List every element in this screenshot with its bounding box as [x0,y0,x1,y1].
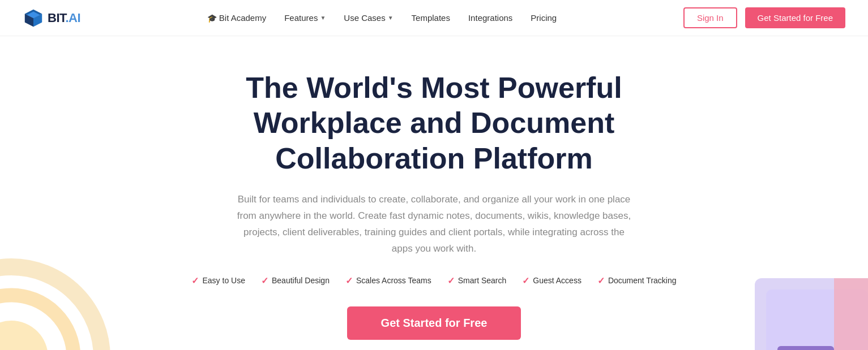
check-icon-scales: ✓ [345,275,353,286]
hero-subtitle: Built for teams and individuals to creat… [236,192,632,257]
feature-easy-to-use: ✓ Easy to Use [191,275,245,286]
svg-rect-14 [777,346,834,350]
deco-right-shapes [721,278,868,350]
svg-point-6 [0,295,74,350]
use-cases-chevron-icon: ▼ [388,15,394,21]
svg-rect-11 [755,278,868,350]
logo[interactable]: BIT.AI [23,7,80,29]
hero-section: The World's Most Powerful Workplace and … [0,36,868,350]
check-icon-design: ✓ [261,275,268,286]
feature-guest-access: ✓ Guest Access [522,275,581,286]
nav-links: 🎓 Bit Academy Features ▼ Use Cases ▼ Tem… [207,13,557,23]
nav-actions: Sign In Get Started for Free [683,7,845,28]
get-started-nav-button[interactable]: Get Started for Free [745,7,845,28]
check-icon-easy: ✓ [191,275,199,286]
bit-logo-icon [23,7,44,29]
feature-beautiful-design: ✓ Beautiful Design [261,275,330,286]
svg-rect-12 [766,289,868,350]
features-chevron-icon: ▼ [320,15,326,21]
hero-title: The World's Most Powerful Workplace and … [179,70,689,176]
deco-left-circles [0,256,113,350]
sign-in-button[interactable]: Sign In [683,7,737,28]
nav-item-templates[interactable]: Templates [412,13,450,23]
check-icon-tracking: ✓ [597,275,605,286]
svg-point-5 [0,267,102,350]
feature-document-tracking: ✓ Document Tracking [597,275,677,286]
navbar: BIT.AI 🎓 Bit Academy Features ▼ Use Case… [0,0,868,36]
svg-point-7 [0,321,48,350]
nav-item-bit-academy[interactable]: 🎓 Bit Academy [207,13,266,23]
nav-item-integrations[interactable]: Integrations [468,13,512,23]
get-started-hero-button[interactable]: Get Started for Free [347,306,521,340]
svg-rect-13 [834,278,868,350]
nav-item-features[interactable]: Features ▼ [284,13,326,23]
mortarboard-icon: 🎓 [207,14,217,23]
nav-item-use-cases[interactable]: Use Cases ▼ [344,13,393,23]
hero-features: ✓ Easy to Use ✓ Beautiful Design ✓ Scale… [191,275,676,286]
logo-text: BIT.AI [48,11,80,25]
check-icon-guest: ✓ [522,275,529,286]
feature-scales-across-teams: ✓ Scales Across Teams [345,275,431,286]
check-icon-search: ✓ [447,275,455,286]
feature-smart-search: ✓ Smart Search [447,275,507,286]
nav-item-pricing[interactable]: Pricing [531,13,557,23]
